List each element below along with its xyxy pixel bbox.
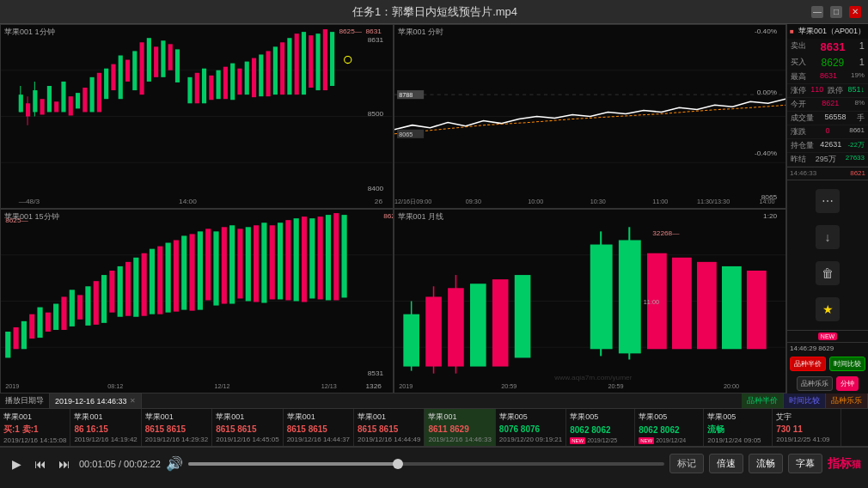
stock-card-7[interactable]: 苹果001 8611 8629 2019/12/16 14:46:33	[425, 409, 495, 446]
rp-stock-name: 苹果001（AP001）	[798, 26, 865, 37]
svg-text:-0.40%: -0.40%	[754, 27, 776, 35]
tab-close-icon[interactable]: ✕	[130, 397, 136, 405]
svg-rect-22	[125, 60, 130, 82]
stock-card-4[interactable]: 苹果001 8615 8615 2019/12/16 14:45:05	[212, 409, 283, 446]
app-logo: 指标猫	[828, 456, 861, 472]
svg-rect-97	[109, 271, 114, 313]
sc-info-8: 2019/12/20 09:19:21	[499, 436, 562, 443]
download-icon-btn[interactable]: ↓	[816, 225, 840, 249]
sc-name-11: 苹果005	[707, 412, 768, 423]
titlebar: 任务1：郭攀日内短线预告片.mp4 — □ ✕	[0, 0, 868, 24]
stock-card-12[interactable]: 艾宇 730 11 2019/12/25 41:09	[773, 409, 841, 446]
tab-pzll[interactable]: 品种乐乐	[826, 393, 868, 408]
star-icon-btn[interactable]: ★	[816, 297, 840, 321]
tab-playback-nav[interactable]: 播放日期导	[0, 393, 50, 408]
svg-rect-10	[40, 99, 45, 114]
svg-rect-87	[29, 314, 34, 339]
buy-row: 买入 8629 1	[787, 55, 868, 70]
stock-card-1[interactable]: 苹果001 买:1 卖:1 2019/12/16 14:15:08	[0, 409, 70, 446]
stock-list-area: 苹果001 买:1 卖:1 2019/12/16 14:15:08 苹果001 …	[0, 409, 868, 447]
tag-button[interactable]: 标记	[669, 454, 704, 473]
svg-rect-113	[237, 229, 242, 298]
sc-name-12: 艾宇	[776, 412, 837, 423]
svg-text:12/12: 12/12	[214, 383, 229, 390]
chart-label-monthly: 苹果001 月线	[398, 211, 444, 223]
rp-header-bar: ■ 苹果001（AP001）	[787, 24, 868, 39]
sc-price-6: 8615 8615	[358, 424, 420, 434]
stock-card-3[interactable]: 苹果001 8615 8615 2019/12/16 14:29:32	[142, 409, 212, 446]
svg-rect-117	[270, 225, 275, 299]
tab-datetime[interactable]: 2019-12-16 14:46:33 ✕	[50, 393, 142, 408]
speed-button[interactable]: 倍速	[709, 454, 743, 473]
svg-rect-15	[76, 93, 80, 108]
svg-text:www.aqia7m.com/yumer: www.aqia7m.com/yumer	[553, 374, 632, 381]
svg-rect-95	[94, 281, 99, 325]
stock-card-2[interactable]: 苹果001 86 16:15 2019/12/16 14:19:42	[70, 409, 141, 446]
stock-card-10[interactable]: 苹果005 8062 8062 NEW 2019/12/24	[635, 409, 704, 446]
svg-rect-108	[198, 231, 203, 309]
maximize-button[interactable]: □	[830, 6, 842, 18]
buy-action-button[interactable]: 品种半价	[790, 357, 826, 371]
sc-name-1: 苹果001	[3, 412, 66, 423]
svg-rect-48	[295, 34, 299, 95]
tab-time-compare[interactable]: 时间比较	[784, 393, 826, 408]
svg-rect-90	[53, 304, 58, 330]
share-icon-btn[interactable]: ⋯	[816, 189, 840, 213]
svg-rect-96	[101, 275, 107, 323]
svg-rect-89	[46, 313, 51, 332]
volume-icon[interactable]: 🔊	[166, 455, 183, 472]
next-button[interactable]: ⏭	[55, 454, 74, 473]
tab-zhibiao[interactable]: 品种半价	[742, 393, 784, 408]
stock-card-9[interactable]: 苹果005 8062 8062 NEW 2019/12/25	[566, 409, 635, 446]
smooth-button[interactable]: 流畅	[749, 454, 783, 473]
window-controls: — □ ✕	[811, 6, 861, 18]
svg-text:8531: 8531	[368, 369, 384, 377]
chart-label-1min: 苹果001 1分钟	[4, 27, 55, 38]
chart-cell-15min[interactable]: 苹果001 15分钟	[0, 209, 394, 393]
stock-card-8[interactable]: 苹果005 8076 8076 2019/12/20 09:19:21	[496, 409, 566, 446]
progress-bar[interactable]	[188, 462, 664, 466]
prev-button[interactable]: ⏮	[31, 454, 50, 473]
chart-cell-monthly[interactable]: 苹果001 月线	[394, 209, 787, 393]
extra-action-button[interactable]: 品种乐乐	[797, 376, 833, 391]
total-time: 00:02:22	[124, 459, 161, 469]
rp-indicator: ■	[790, 27, 794, 35]
svg-rect-23	[132, 51, 137, 90]
svg-text:0.00%: 0.00%	[756, 88, 776, 96]
delete-icon-btn[interactable]: 🗑	[816, 261, 840, 285]
minimize-button[interactable]: —	[811, 6, 823, 18]
svg-rect-43	[259, 54, 263, 96]
progress-thumb[interactable]	[393, 459, 403, 469]
svg-rect-38	[223, 67, 228, 100]
sc-info-4: 2019/12/16 14:45:05	[216, 436, 278, 443]
sc-price-7: 8611 8629	[428, 424, 491, 434]
svg-rect-29	[175, 49, 180, 82]
sc-price-8: 8076 8076	[499, 424, 562, 434]
fenzhong-button[interactable]: 分钟	[836, 376, 859, 391]
sc-info-5: 2019/12/16 14:44:37	[287, 436, 350, 443]
sc-info-3: 2019/12/16 14:29:32	[145, 436, 208, 443]
play-button[interactable]: ▶	[7, 454, 26, 473]
svg-rect-106	[181, 235, 186, 309]
stock-card-5[interactable]: 苹果001 8615 8615 2019/12/16 14:44:37	[284, 409, 354, 446]
svg-text:8788: 8788	[399, 92, 413, 99]
close-button[interactable]: ✕	[849, 6, 861, 18]
tabs-bar: 播放日期导 2019-12-16 14:46:33 ✕ 品种半价 时间比较 品种…	[0, 393, 868, 409]
sell-action-button[interactable]: 时间比较	[829, 357, 865, 371]
svg-rect-110	[213, 231, 218, 305]
svg-rect-145	[469, 284, 486, 366]
chart-cell-fenshi[interactable]: 苹果001 分时 -0.40% 0.00% -0.40%	[394, 24, 787, 209]
svg-rect-114	[246, 227, 251, 301]
main-area: 苹果001 1分钟 8631 8500 8400	[0, 24, 868, 393]
stock-card-11[interactable]: 苹果005 流畅 2019/12/24 09:05	[704, 409, 773, 446]
svg-text:10:00: 10:00	[528, 198, 543, 205]
svg-text:8400: 8400	[368, 185, 384, 192]
tab-datetime-label: 2019-12-16 14:46:33	[55, 397, 127, 406]
subtitle-button[interactable]: 字幕	[788, 454, 822, 473]
svg-rect-101	[142, 253, 147, 316]
svg-rect-115	[254, 225, 259, 302]
svg-text:26: 26	[375, 198, 383, 205]
chart-cell-1min[interactable]: 苹果001 1分钟 8631 8500 8400	[0, 24, 394, 209]
stock-card-6[interactable]: 苹果001 8615 8615 2019/12/16 14:44:49	[354, 409, 425, 446]
sc-price-10: 8062 8062	[639, 425, 700, 435]
